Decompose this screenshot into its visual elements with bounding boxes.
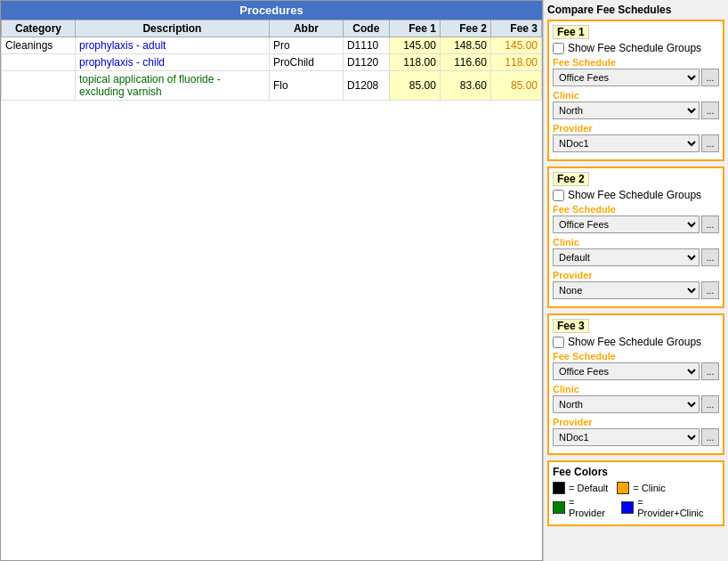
provider-clinic-color-swatch: [621, 501, 634, 514]
clinic-color-swatch: [617, 482, 629, 494]
cell-description: topical application of fluoride - exclud…: [76, 71, 270, 101]
fee3-schedule-browse[interactable]: ...: [701, 362, 719, 380]
cell-category: [2, 71, 76, 101]
fee3-provider-browse[interactable]: ...: [701, 428, 719, 446]
cell-fee2: 83.60: [440, 71, 490, 101]
col-header-fee3: Fee 3: [490, 20, 541, 37]
fee1-schedule-select[interactable]: Office Fees: [553, 69, 700, 86]
fee2-clinic-row: Default ...: [553, 248, 719, 266]
fee3-schedule-select[interactable]: Office Fees: [553, 362, 700, 380]
fee-colors-section: Fee Colors = Default = Clinic = Provider…: [547, 460, 724, 526]
fee2-clinic-select[interactable]: Default: [553, 248, 700, 266]
fee2-label: Fee 2: [553, 172, 589, 186]
color-row-default: = Default = Clinic: [553, 482, 719, 494]
fee1-schedule-browse[interactable]: ...: [701, 69, 719, 86]
fee2-schedule-label: Fee Schedule: [553, 204, 719, 215]
cell-fee1: 145.00: [389, 37, 440, 54]
fee3-schedule-row: Office Fees ...: [553, 362, 719, 380]
fee1-provider-browse[interactable]: ...: [701, 134, 719, 152]
fee2-title: Fee 2: [553, 172, 719, 186]
fee1-label: Fee 1: [553, 25, 589, 39]
cell-code: D1208: [343, 71, 389, 101]
fee3-provider-label: Provider: [553, 417, 719, 427]
cell-category: Cleanings: [2, 37, 76, 54]
fee2-provider-row: None ...: [553, 281, 719, 299]
fee2-show-label: Show Fee Schedule Groups: [568, 189, 701, 201]
cell-description: prophylaxis - child: [76, 54, 270, 71]
fee3-show-row: Show Fee Schedule Groups: [553, 336, 719, 348]
table-row: topical application of fluoride - exclud…: [2, 71, 542, 101]
fee-colors-title: Fee Colors: [553, 466, 719, 478]
cell-fee3: 85.00: [490, 71, 541, 101]
fee1-clinic-browse[interactable]: ...: [701, 102, 719, 119]
left-panel: Procedures Category Description Abbr Cod…: [0, 0, 543, 561]
cell-code: D1120: [343, 54, 389, 71]
default-color-label: = Default: [569, 483, 608, 493]
fee3-clinic-row: North ...: [553, 395, 719, 413]
fee2-schedule-select[interactable]: Office Fees: [553, 215, 700, 233]
fee1-clinic-select[interactable]: North: [553, 102, 700, 119]
provider-color-label: = Provider: [569, 497, 612, 518]
default-color-swatch: [553, 482, 565, 494]
fee1-title: Fee 1: [553, 25, 719, 39]
fee2-show-row: Show Fee Schedule Groups: [553, 189, 719, 201]
fee2-show-checkbox[interactable]: [553, 190, 564, 201]
col-header-category: Category: [2, 20, 76, 37]
fee1-provider-row: NDoc1 ...: [553, 134, 719, 152]
cell-category: [2, 54, 76, 71]
fee1-provider-label: Provider: [553, 123, 719, 134]
col-header-description: Description: [76, 20, 270, 37]
fee1-schedule-row: Office Fees ...: [553, 69, 719, 86]
fee3-provider-select[interactable]: NDoc1: [553, 428, 700, 446]
cell-abbr: ProChild: [269, 54, 343, 71]
cell-abbr: Pro: [269, 37, 343, 54]
col-header-fee1: Fee 1: [389, 20, 440, 37]
procedures-table: Category Description Abbr Code Fee 1 Fee…: [1, 20, 542, 101]
fee2-provider-browse[interactable]: ...: [701, 281, 719, 299]
cell-description: prophylaxis - adult: [76, 37, 270, 54]
fee1-schedule-label: Fee Schedule: [553, 57, 719, 68]
table-container: Category Description Abbr Code Fee 1 Fee…: [1, 20, 542, 560]
fee3-title: Fee 3: [553, 319, 719, 333]
cell-fee2: 116.60: [440, 54, 490, 71]
right-panel: Compare Fee Schedules Fee 1 Show Fee Sch…: [543, 0, 728, 561]
fee1-group: Fee 1 Show Fee Schedule Groups Fee Sched…: [547, 20, 724, 161]
fee2-clinic-label: Clinic: [553, 237, 719, 248]
fee2-group: Fee 2 Show Fee Schedule Groups Fee Sched…: [547, 167, 724, 308]
cell-fee1: 118.00: [389, 54, 440, 71]
fee1-show-row: Show Fee Schedule Groups: [553, 42, 719, 54]
fee3-label: Fee 3: [553, 319, 589, 333]
col-header-abbr: Abbr: [269, 20, 343, 37]
fee2-clinic-browse[interactable]: ...: [701, 248, 719, 266]
cell-abbr: Flo: [269, 71, 343, 101]
table-row: Cleanings prophylaxis - adult Pro D1110 …: [2, 37, 542, 54]
fee2-provider-select[interactable]: None: [553, 281, 700, 299]
fee3-clinic-browse[interactable]: ...: [701, 395, 719, 413]
cell-code: D1110: [343, 37, 389, 54]
fee1-show-checkbox[interactable]: [553, 43, 564, 54]
provider-clinic-color-label: = Provider+Clinic: [637, 497, 710, 518]
cell-fee3: 118.00: [490, 54, 541, 71]
fee2-schedule-row: Office Fees ...: [553, 215, 719, 233]
cell-fee3: 145.00: [490, 37, 541, 54]
cell-fee2: 148.50: [440, 37, 490, 54]
procedures-header: Procedures: [1, 1, 542, 20]
fee1-clinic-label: Clinic: [553, 90, 719, 101]
fee1-show-label: Show Fee Schedule Groups: [568, 42, 701, 54]
provider-color-swatch: [553, 501, 565, 514]
fee3-show-checkbox[interactable]: [553, 337, 564, 348]
fee3-clinic-select[interactable]: North: [553, 395, 700, 413]
fee3-clinic-label: Clinic: [553, 384, 719, 394]
fee2-provider-label: Provider: [553, 270, 719, 280]
fee2-schedule-browse[interactable]: ...: [701, 215, 719, 233]
fee1-provider-select[interactable]: NDoc1: [553, 134, 700, 152]
col-header-code: Code: [343, 20, 389, 37]
col-header-fee2: Fee 2: [440, 20, 490, 37]
table-row: prophylaxis - child ProChild D1120 118.0…: [2, 54, 542, 71]
compare-fee-title: Compare Fee Schedules: [547, 4, 724, 16]
fee3-group: Fee 3 Show Fee Schedule Groups Fee Sched…: [547, 313, 724, 455]
cell-fee1: 85.00: [389, 71, 440, 101]
fee3-show-label: Show Fee Schedule Groups: [568, 336, 701, 348]
fee3-schedule-label: Fee Schedule: [553, 351, 719, 362]
fee1-clinic-row: North ...: [553, 102, 719, 119]
